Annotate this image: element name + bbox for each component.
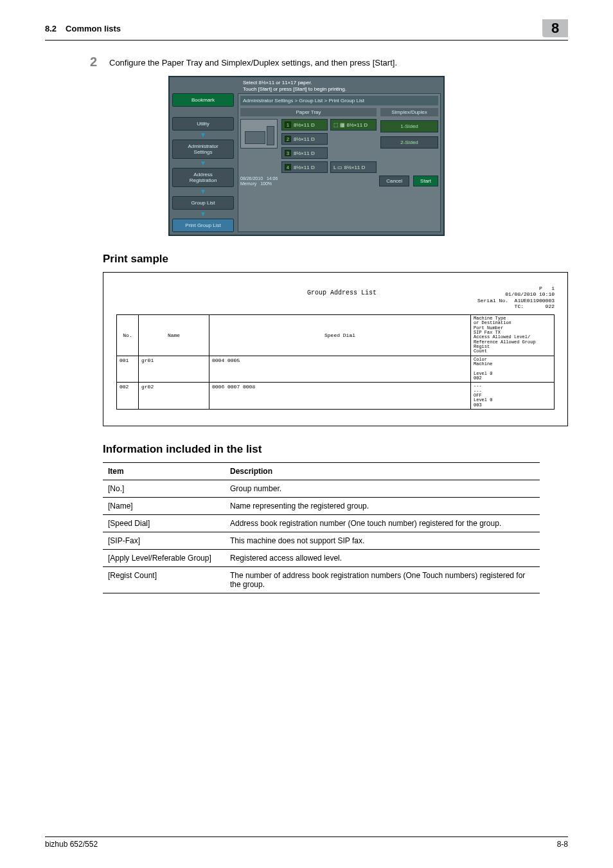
bookmark-button[interactable]: Bookmark [172, 93, 234, 107]
printer-illustration-icon [240, 119, 278, 149]
info-table: Item Description [No.]Group number. [Nam… [103, 462, 540, 593]
duplex-header: Simplex/Duplex [380, 108, 438, 116]
two-sided-button[interactable]: 2-Sided [380, 136, 438, 149]
arrow-down-icon: ▼ [172, 161, 234, 165]
tray-2-label: 8½×11 D [294, 136, 315, 142]
tray-4-button[interactable]: 48½×11 D [281, 161, 328, 173]
panel-sidebar: Bookmark Utility ▼ Administrator Setting… [172, 93, 234, 232]
page-header: 8.2 Common lists 8 [45, 19, 568, 41]
th-meta: Machine Type or Destination Port Number … [471, 314, 555, 356]
tray-4b-label: L ▭ 8½×11 D [333, 165, 365, 170]
cell-no: 002 [117, 383, 139, 410]
arrow-down-icon: ▼ [172, 133, 234, 137]
step-row: 2 Configure the Paper Tray and Simplex/D… [90, 55, 568, 69]
th-desc: Description [225, 463, 540, 480]
device-panel: Select 8½×11 or 11×17 paper. Touch [Star… [168, 76, 445, 236]
info-heading: Information included in the list [103, 443, 568, 456]
cell-name: gr02 [139, 383, 209, 410]
cell-no: 001 [117, 356, 139, 383]
section-title: Common lists [66, 24, 542, 33]
table-row: [Name]Name representing the registered g… [103, 498, 540, 515]
cell-speed: 0006 0007 0008 [209, 383, 471, 410]
instr-line-1: Select 8½×11 or 11×17 paper. [243, 80, 441, 86]
print-sample-box: Group Address List P 1 01/08/2010 10:10 … [103, 272, 568, 426]
sidebar-admin-settings[interactable]: Administrator Settings [172, 140, 234, 159]
section-number: 8.2 [45, 24, 57, 33]
table-row: 001 gr01 0004 0005 Color Machine Level 0… [117, 356, 555, 383]
tray-1-button[interactable]: 18½×11 D [281, 119, 328, 131]
sidebar-address-registration[interactable]: Address Registration [172, 168, 234, 187]
cell-name: gr01 [139, 356, 209, 383]
device-panel-wrap: Select 8½×11 or 11×17 paper. Touch [Star… [45, 76, 568, 236]
arrow-down-icon: ▼ [172, 190, 234, 194]
tray-1b-label: ⬚ ▦ 8½×11 D [333, 122, 368, 128]
th-speed: Speed Dial [209, 314, 471, 356]
chapter-badge: 8 [542, 19, 568, 37]
table-row: [No.]Group number. [103, 480, 540, 498]
table-row: [Speed Dial]Address book registration nu… [103, 515, 540, 532]
start-button[interactable]: Start [413, 176, 438, 186]
table-row: [Apply Level/Referable Group]Registered … [103, 550, 540, 567]
footer-datetime: 08/26/2010 14:06 Memory 100% [240, 176, 278, 186]
sample-table: No. Name Speed Dial Machine Type or Dest… [116, 314, 555, 410]
sample-meta: P 1 01/08/2010 10:10 Serial No. A1UE0119… [477, 285, 555, 309]
table-row: [Regist Count]The number of address book… [103, 567, 540, 593]
table-row: 002 gr02 0006 0007 0008 --- --- OFF Leve… [117, 383, 555, 410]
th-no: No. [117, 314, 139, 356]
cell-speed: 0004 0005 [209, 356, 471, 383]
cancel-button[interactable]: Cancel [379, 176, 409, 186]
sidebar-print-group-list[interactable]: Print Group List [172, 219, 234, 232]
print-sample-heading: Print sample [103, 253, 568, 266]
th-name: Name [139, 314, 209, 356]
tray-2-button[interactable]: 28½×11 D [281, 133, 328, 145]
paper-tray-header: Paper Tray [240, 108, 377, 116]
sidebar-group-list[interactable]: Group List [172, 196, 234, 210]
tray-3-button[interactable]: 38½×11 D [281, 147, 328, 159]
tray-1b-button[interactable]: ⬚ ▦ 8½×11 D [330, 119, 377, 131]
one-sided-button[interactable]: 1-Sided [380, 120, 438, 132]
sample-title: Group Address List [206, 285, 477, 309]
panel-main: Administrator Settings > Group List > Pr… [238, 93, 441, 232]
arrow-down-icon: ▼ [172, 212, 234, 216]
tray-3-label: 8½×11 D [294, 150, 315, 156]
footer-right: 8-8 [557, 840, 568, 849]
tray-1-label: 8½×11 D [294, 122, 315, 128]
instr-line-2: Touch [Start] or press [Start] to begin … [243, 86, 441, 93]
th-item: Item [103, 463, 225, 480]
cell-meta: Color Machine Level 0 002 [471, 356, 555, 383]
cell-meta: --- --- OFF Level 0 003 [471, 383, 555, 410]
table-row: [SIP-Fax]This machine does not support S… [103, 532, 540, 550]
step-number: 2 [90, 55, 109, 69]
page-footer: bizhub 652/552 8-8 [45, 836, 568, 849]
tray-4-label: 8½×11 D [294, 165, 315, 170]
sidebar-utility[interactable]: Utility [172, 117, 234, 131]
panel-breadcrumb: Administrator Settings > Group List > Pr… [240, 96, 438, 105]
footer-left: bizhub 652/552 [45, 840, 557, 849]
step-text: Configure the Paper Tray and Simplex/Dup… [109, 55, 397, 69]
tray-4b-button[interactable]: L ▭ 8½×11 D [330, 161, 377, 173]
panel-instruction: Select 8½×11 or 11×17 paper. Touch [Star… [243, 80, 441, 92]
